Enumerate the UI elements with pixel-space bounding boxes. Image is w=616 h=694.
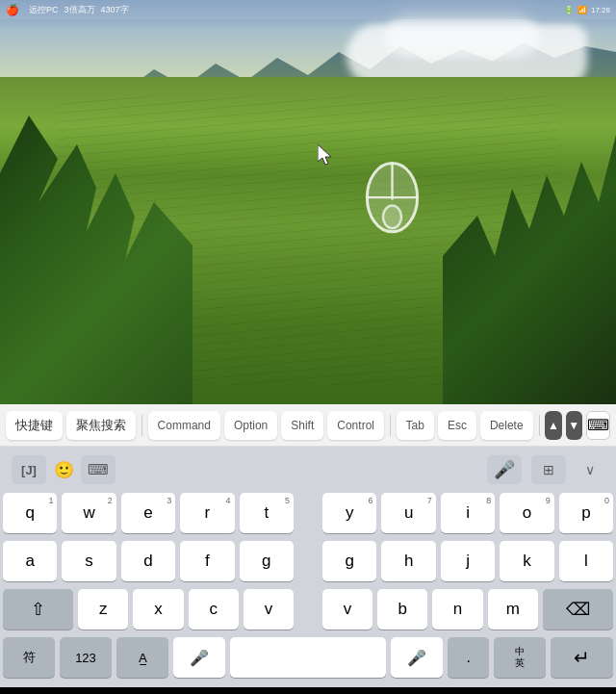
option-button[interactable]: Option <box>224 411 277 440</box>
num-key[interactable]: 123 <box>60 637 112 678</box>
key-f[interactable]: f <box>180 541 234 581</box>
menu-item-1: 3倍高万 <box>64 4 95 16</box>
key-v-left[interactable]: v <box>244 589 294 630</box>
lang-switch-key[interactable]: 中英 <box>494 637 546 678</box>
key-d[interactable]: d <box>121 541 175 581</box>
toolbar-separator-2 <box>390 415 391 436</box>
up-arrow-button[interactable]: ▲ <box>545 411 561 440</box>
key-h[interactable]: h <box>381 541 435 581</box>
shift-key[interactable]: ⇧ <box>3 589 73 630</box>
row1-gap <box>298 493 318 533</box>
emoji-icon-button[interactable]: 🙂 <box>46 455 81 484</box>
row2-gap <box>298 541 318 581</box>
shortcut-button[interactable]: 快捷键 <box>6 411 63 440</box>
key-v-right[interactable]: v <box>322 589 372 630</box>
key-o[interactable]: o9 <box>500 493 553 533</box>
key-x[interactable]: x <box>133 589 183 630</box>
keyboard-top-row: [J] 🙂 ⌨ 🎤 ⊞ ∨ <box>0 452 616 487</box>
tab-button[interactable]: Tab <box>397 411 434 440</box>
toolbar-separator-3 <box>539 415 540 436</box>
key-a[interactable]: a <box>3 541 57 581</box>
key-c[interactable]: c <box>189 589 239 630</box>
esc-button[interactable]: Esc <box>438 411 476 440</box>
mouse-icon <box>356 154 428 245</box>
key-i[interactable]: i8 <box>441 493 495 533</box>
keyboard-icon-button[interactable]: ⌨ <box>81 455 116 484</box>
svg-marker-4 <box>318 144 331 165</box>
key-t[interactable]: t5 <box>240 493 294 533</box>
menubar-right: 🔋 📶 17:28 <box>564 6 610 14</box>
shift-button[interactable]: Shift <box>281 411 323 440</box>
time-display: 17:28 <box>591 6 610 14</box>
menubar: 🍎 远控PC 3倍高万 4307字 🔋 📶 17:28 <box>0 0 616 19</box>
key-k[interactable]: k <box>500 541 553 581</box>
down-arrow-button[interactable]: ▼ <box>566 411 582 440</box>
key-row-3: ⇧ z x c v v b n m ⌫ <box>0 589 616 630</box>
svg-point-3 <box>383 205 401 228</box>
key-p[interactable]: p0 <box>559 493 613 533</box>
key-q[interactable]: q1 <box>3 493 57 533</box>
key-b[interactable]: b <box>377 589 427 630</box>
focus-search-button[interactable]: 聚焦搜索 <box>66 411 136 440</box>
battery-icon: 🔋 <box>564 6 574 14</box>
key-g-right[interactable]: g <box>322 541 376 581</box>
key-j[interactable]: j <box>441 541 495 581</box>
special-char-key[interactable]: 符 <box>3 637 55 678</box>
row3-gap <box>298 589 318 630</box>
bottom-key-row: 符 123 A̲ 🎤 🎤 . 中英 ↵ <box>0 637 616 678</box>
bracket-icon-button[interactable]: [J] <box>12 455 46 484</box>
delete-key[interactable]: ⌫ <box>543 589 613 630</box>
keyboard-area: [J] 🙂 ⌨ 🎤 ⊞ ∨ q1 w2 e3 r4 t5 y6 u7 i8 o9… <box>0 447 616 687</box>
toolbar: 快捷键 聚焦搜索 Command Option Shift Control Ta… <box>0 404 616 447</box>
cloud-2 <box>385 14 539 58</box>
menu-item-2: 4307字 <box>101 4 129 16</box>
key-y[interactable]: y6 <box>322 493 376 533</box>
mic-icon-button[interactable]: 🎤 <box>487 455 522 484</box>
apple-logo: 🍎 <box>6 4 19 16</box>
delete-button[interactable]: Delete <box>480 411 533 440</box>
key-w[interactable]: w2 <box>62 493 116 533</box>
key-row-2: a s d f g g h j k l <box>0 541 616 581</box>
keyboard-toggle-button[interactable]: ⌨ <box>586 411 610 440</box>
grid-icon-button[interactable]: ⊞ <box>531 455 566 484</box>
key-s[interactable]: s <box>62 541 116 581</box>
cursor-arrow <box>318 144 335 166</box>
period-key[interactable]: . <box>448 637 489 678</box>
control-button[interactable]: Control <box>327 411 384 440</box>
key-r[interactable]: r4 <box>180 493 234 533</box>
desktop-background <box>0 0 616 404</box>
app-name: 远控PC <box>29 4 59 16</box>
mic-right-key[interactable]: 🎤 <box>391 637 443 678</box>
key-u[interactable]: u7 <box>381 493 435 533</box>
menubar-left: 🍎 远控PC 3倍高万 4307字 <box>6 4 129 16</box>
command-button[interactable]: Command <box>148 411 220 440</box>
key-l[interactable]: l <box>559 541 613 581</box>
key-n[interactable]: n <box>432 589 482 630</box>
chevron-down-icon[interactable]: ∨ <box>576 455 604 484</box>
toolbar-separator-1 <box>141 415 142 436</box>
key-e[interactable]: e3 <box>121 493 175 533</box>
key-z[interactable]: z <box>78 589 128 630</box>
wifi-icon: 📶 <box>578 6 587 14</box>
key-row-1: q1 w2 e3 r4 t5 y6 u7 i8 o9 p0 <box>0 493 616 533</box>
return-key[interactable]: ↵ <box>551 637 613 678</box>
handwrite-key[interactable]: A̲ <box>116 637 168 678</box>
space-key[interactable] <box>230 637 386 678</box>
key-g-left[interactable]: g <box>240 541 294 581</box>
desktop: 🍎 远控PC 3倍高万 4307字 🔋 📶 17:28 <box>0 0 616 404</box>
key-m[interactable]: m <box>488 589 538 630</box>
mic-left-key[interactable]: 🎤 <box>173 637 225 678</box>
